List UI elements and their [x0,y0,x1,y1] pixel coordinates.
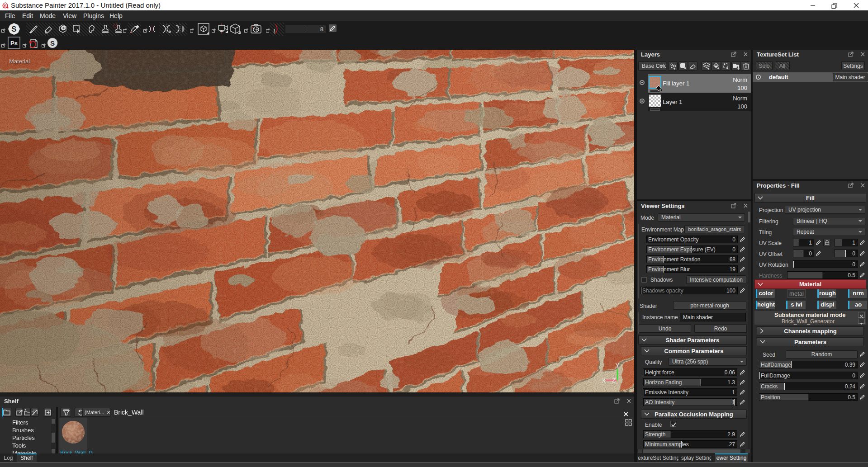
svg-text:S: S [4,4,6,8]
svg-text:X: X [602,377,606,384]
svg-text:S: S [11,25,16,33]
svg-text:Y: Y [615,362,620,369]
svg-text:Z: Z [612,377,616,384]
svg-text:S: S [50,39,55,47]
svg-text:Ps: Ps [10,40,18,47]
